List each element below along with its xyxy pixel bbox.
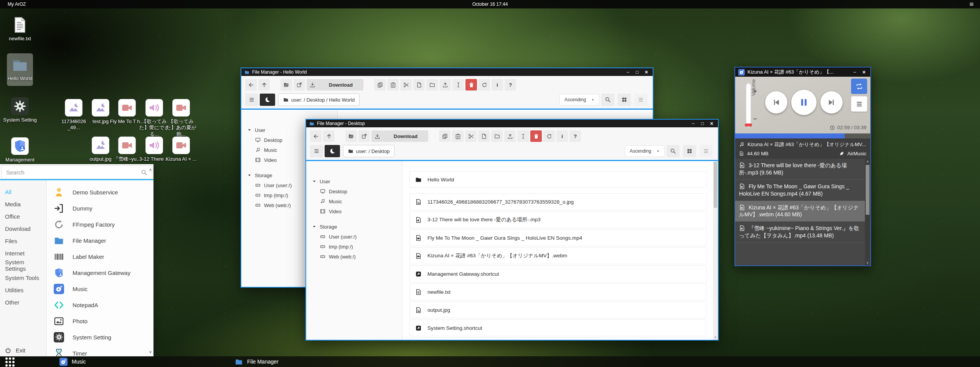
sidebar-item-video[interactable]: Video [306, 206, 402, 216]
help-button[interactable]: ? [505, 79, 516, 91]
paste-button[interactable] [452, 130, 464, 142]
download-button[interactable]: Download [318, 79, 363, 91]
refresh-button[interactable] [543, 130, 555, 142]
scroll-down-icon[interactable]: ∨ [713, 335, 718, 339]
category-all[interactable]: All [0, 186, 46, 198]
progress-bar[interactable] [735, 133, 870, 138]
sidebar-item-music[interactable]: Music [306, 196, 402, 206]
app-music[interactable]: Music [47, 281, 153, 297]
newfile.txt[interactable]: newfile.txt [409, 283, 706, 300]
desktop-icon-kizuna[interactable]: Kizuna AI × ... [164, 137, 198, 162]
upload-button[interactable] [439, 79, 451, 91]
copy-button[interactable] [439, 130, 450, 142]
『雪峰 ~yukimine~ Piano & Strings Ver.』を歌ってみた【ヲタみん】.mp4 (13.48 MB)[interactable]: 『雪峰 ~yukimine~ Piano & Strings Ver.』を歌って… [735, 222, 865, 243]
refresh-button[interactable] [478, 79, 490, 91]
3-12 There will be love there -愛のある場所-.mp3 (9.56 MB)[interactable]: 3-12 There will be love there -愛のある場所-.m… [735, 159, 865, 180]
category-utilities[interactable]: Utilities [0, 284, 46, 296]
app-system-setting[interactable]: System Setting [47, 329, 153, 345]
close-button[interactable]: × [861, 69, 867, 75]
scrollbar[interactable]: ∨ [713, 161, 718, 340]
titlebar[interactable]: Kizuna AI × 花譜 #63「かりそめ」【... – × [735, 67, 870, 77]
desktop-icon-system-setting[interactable]: System Setting [3, 97, 37, 123]
sidebar-group-storage[interactable]: Storage [306, 222, 402, 232]
sort-order-select[interactable]: Ascending ▼ [559, 94, 599, 105]
system-menu-title[interactable]: My ArOZ [8, 2, 26, 7]
output.jpg[interactable]: output.jpg [409, 301, 706, 318]
app-demo-subservice[interactable]: Demo Subservice [47, 184, 153, 200]
category-files[interactable]: Files [0, 235, 46, 247]
back-button[interactable] [310, 130, 322, 142]
properties-button[interactable]: i [492, 79, 503, 91]
sidebar-item-web-drive[interactable]: Web (web:/) [306, 252, 402, 262]
sidebar-item-tmp-drive[interactable]: tmp (tmp:/) [306, 242, 402, 252]
cut-button[interactable] [400, 79, 412, 91]
Kizuna AI × 花譜 #63「かりそめ」【オリジナルMV】.webm (44.60 MB)[interactable]: Kizuna AI × 花譜 #63「かりそめ」【オリジナルMV】.webm (… [735, 201, 865, 222]
scroll-down-icon[interactable]: ∨ [149, 349, 152, 354]
minimize-button[interactable]: – [851, 69, 858, 75]
volume-down-label[interactable]: – [753, 115, 757, 123]
download-button[interactable]: Download [383, 130, 428, 142]
app-drawer-button[interactable] [5, 357, 15, 367]
pause-button[interactable] [791, 90, 817, 115]
desktop-icon-utattemita-natsu[interactable]: 【歌ってみた】あの夏が飽... [164, 99, 198, 137]
delete-button[interactable] [530, 130, 542, 142]
new-folder-button[interactable] [426, 79, 438, 91]
delete-button[interactable] [465, 79, 477, 91]
category-internet[interactable]: Internet [0, 247, 46, 259]
3-12 There will be love there -愛のある場所-.mp3[interactable]: 3-12 There will be love there -愛のある場所-.m… [409, 211, 706, 228]
exit-button[interactable]: Exit [0, 347, 25, 354]
Fly Me To The Moon _ Gawr Gura Sings _ HoloLive EN Songs.mp4 (4.67 MB)[interactable]: Fly Me To The Moon _ Gawr Gura Sings _ H… [735, 180, 865, 201]
up-button[interactable] [323, 130, 335, 142]
app-file-manager[interactable]: File Manager [47, 232, 153, 249]
grid-view-button[interactable] [618, 94, 631, 106]
scrollbar-handle[interactable] [866, 165, 869, 215]
scrollbar-handle[interactable] [714, 162, 717, 208]
117346026_4968186883206677_3276783073763559328_o.jpg[interactable]: 117346026_4968186883206677_3276783073763… [409, 193, 706, 210]
desktop-icon-hello-world[interactable]: Hello World [7, 53, 33, 86]
breadcrumb[interactable]: user: / Desktop [343, 145, 394, 157]
grid-view-button[interactable] [683, 145, 696, 157]
new-file-button[interactable] [413, 79, 425, 91]
close-button[interactable]: × [708, 120, 715, 127]
list-view-button[interactable] [700, 145, 713, 157]
maximize-button[interactable]: □ [634, 69, 640, 75]
titlebar[interactable]: File Manager - Desktop – □ × [306, 120, 718, 127]
hamburger-menu-icon[interactable] [968, 2, 975, 7]
upload-button[interactable] [504, 130, 516, 142]
app-management-gateway[interactable]: Management Gateway [47, 265, 153, 281]
Fly Me To The Moon _ Gawr Gura Sings _ HoloLive EN Songs.mp4[interactable]: Fly Me To The Moon _ Gawr Gura Sings _ H… [409, 229, 706, 246]
Management Gateway.shortcut[interactable]: Management Gateway.shortcut [409, 265, 706, 282]
copy-button[interactable] [374, 79, 386, 91]
properties-button[interactable]: i [556, 130, 568, 142]
paste-button[interactable] [387, 79, 399, 91]
sort-order-select[interactable]: Ascending ▼ [625, 145, 665, 157]
taskbar-item-file-manager[interactable]: File Manager [235, 356, 279, 367]
Hello World[interactable]: Hello World [409, 171, 706, 188]
search-button[interactable] [601, 94, 614, 106]
close-button[interactable]: × [643, 69, 650, 75]
open-button[interactable] [345, 130, 357, 142]
sidebar-toggle-button[interactable] [245, 94, 258, 106]
minimize-button[interactable]: – [690, 121, 696, 126]
category-system-settings[interactable]: System Settings [0, 259, 46, 272]
app-photo[interactable]: Photo [47, 313, 153, 329]
app-dummy[interactable]: Dummy [47, 200, 153, 216]
new-folder-button[interactable] [491, 130, 503, 142]
repeat-button[interactable] [851, 79, 867, 94]
search-button[interactable] [667, 145, 680, 157]
rename-button[interactable] [517, 130, 529, 142]
taskbar-item-music[interactable]: Music [59, 356, 86, 367]
back-button[interactable] [245, 79, 257, 91]
desktop-icon-newfile[interactable]: newfile.txt [3, 16, 37, 42]
rename-button[interactable] [452, 79, 464, 91]
download-icon-button[interactable] [371, 130, 383, 142]
up-button[interactable] [258, 79, 270, 91]
search-input[interactable] [6, 169, 141, 176]
maximize-button[interactable]: □ [699, 121, 706, 126]
queue-button[interactable] [851, 96, 867, 112]
sidebar-toggle-button[interactable] [310, 145, 323, 157]
scroll-up-icon[interactable]: ∧ [149, 167, 152, 172]
Kizuna AI × 花譜 #63「かりそめ」【オリジナルMV】.webm[interactable]: Kizuna AI × 花譜 #63「かりそめ」【オリジナルMV】.webm [409, 247, 706, 264]
open-button[interactable] [280, 79, 292, 91]
open-new-window-button[interactable] [358, 130, 370, 142]
